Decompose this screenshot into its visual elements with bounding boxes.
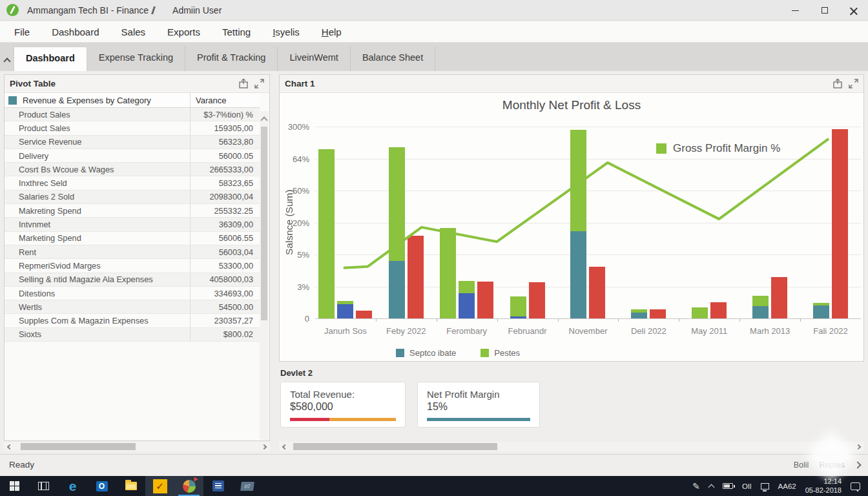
maximize-button[interactable] xyxy=(810,0,839,21)
taskbar-file-explorer-icon[interactable] xyxy=(116,476,145,496)
status-link-bolil[interactable]: Bolil xyxy=(794,460,809,470)
taskbar-remote-app-icon[interactable]: 07 xyxy=(232,476,262,496)
table-row[interactable]: Salaries 2 Sold2098300,04 xyxy=(5,191,260,204)
expand-icon[interactable] xyxy=(849,79,858,88)
app-logo-icon xyxy=(6,4,19,16)
kpi-bar-segment xyxy=(290,418,329,421)
taskbar-globe-app-icon[interactable] xyxy=(174,476,203,496)
tab-balance-sheet[interactable]: Balance Sheet xyxy=(351,46,435,71)
table-row[interactable]: Intvnmet36309,00 xyxy=(5,218,260,231)
scroll-right-icon[interactable] xyxy=(856,444,861,449)
menu-item-isyelis[interactable]: Isyelis xyxy=(265,24,307,40)
row-label: Rent xyxy=(5,247,190,257)
table-row[interactable]: Inxthrec Seld58323,65 xyxy=(5,176,260,190)
table-row[interactable]: Delivery56000.05 xyxy=(5,149,260,163)
volume-label[interactable]: OIl xyxy=(742,482,752,490)
x-axis-label: Deli 2022 xyxy=(618,326,679,336)
taskbar-word-app-icon[interactable] xyxy=(203,476,232,496)
category-color-swatch xyxy=(8,96,17,105)
menu-item-dashboard[interactable]: Dashboard xyxy=(44,24,107,40)
tab-profit-tracking[interactable]: Profit & Tracking xyxy=(185,46,278,71)
network-icon[interactable] xyxy=(761,483,769,490)
status-links: BolilReptes xyxy=(794,460,860,470)
taskbar-edge-icon[interactable]: e xyxy=(58,476,87,496)
pivot-panel-title: Pivot Table xyxy=(10,79,238,88)
legend-item-pestes[interactable]: Pestes xyxy=(480,348,520,358)
tab-dashboard[interactable]: Dashboard xyxy=(14,46,87,71)
taskbar-start-icon[interactable] xyxy=(0,476,29,496)
pen-icon[interactable]: ✎ xyxy=(692,481,700,491)
tabs: DashboardExpense TrackingProfit & Tracki… xyxy=(14,46,435,71)
table-row[interactable]: Selling & ntid Magazie Ala Expenses40580… xyxy=(5,273,260,287)
scrollbar-thumb[interactable] xyxy=(293,443,497,450)
language-indicator[interactable]: AA62 xyxy=(778,482,796,490)
row-label: Ditestions xyxy=(5,289,190,298)
row-value: $800.02 xyxy=(190,328,260,341)
table-row[interactable]: Service Revenue56323,80 xyxy=(5,136,260,149)
taskbar-outlook-icon[interactable]: O xyxy=(87,476,116,496)
notification-center-icon[interactable] xyxy=(851,482,860,490)
plot-area: 03%5%20%50%64%300%Janurh SosFeby 2022Fer… xyxy=(315,127,861,318)
status-link-reptes[interactable]: Reptes xyxy=(819,460,845,470)
clock-date: 05-82-2018 xyxy=(805,486,842,495)
table-row[interactable]: Marketing Spend56006.55 xyxy=(5,232,260,245)
tab-liveinwemt[interactable]: LiveinWemt xyxy=(278,46,350,71)
scroll-left-icon[interactable] xyxy=(282,444,287,449)
row-label: Supples Com & Magazin Expenses xyxy=(5,316,190,326)
pivot-vertical-scrollbar[interactable] xyxy=(260,111,269,440)
battery-icon[interactable] xyxy=(723,483,733,489)
row-value: 36309,00 xyxy=(190,218,260,231)
minimize-button[interactable] xyxy=(781,0,810,21)
chart-legend-line-series[interactable]: Gross Profit Margin % xyxy=(656,142,780,155)
row-value: 2665333,00 xyxy=(190,163,260,176)
kpi-card-total-revenue[interactable]: Total Revenue:$580,000 xyxy=(280,382,406,428)
chart-panel: Chart 1 Monthly Net P xyxy=(279,74,864,362)
row-label: Salaries 2 Sold xyxy=(5,192,190,202)
table-row[interactable]: Product Sales$3-7%tion) % xyxy=(5,108,260,121)
collapse-ribbon-button[interactable] xyxy=(0,49,14,71)
kpi-card-net-profit-margin[interactable]: Net Profit Margin15% xyxy=(417,382,540,428)
main-content: Pivot Table xyxy=(0,71,868,454)
table-row[interactable]: Makreting Spend255332.25 xyxy=(5,204,260,218)
kpi-value: $580,000 xyxy=(290,401,396,413)
table-row[interactable]: Cosrt Bs Wcoue & Wages2665333,00 xyxy=(5,163,260,176)
chevron-right-icon[interactable] xyxy=(854,461,861,468)
menu-item-tetting[interactable]: Tetting xyxy=(214,24,258,40)
menu-item-help[interactable]: Help xyxy=(314,24,349,40)
menu-item-exports[interactable]: Exports xyxy=(160,24,208,40)
menu-item-sales[interactable]: Sales xyxy=(114,24,154,40)
scrollbar-thumb[interactable] xyxy=(261,127,267,320)
tab-expense-tracking[interactable]: Expense Tracking xyxy=(87,46,185,71)
table-row[interactable]: Wertls54500.00 xyxy=(5,300,260,314)
table-row[interactable]: Supples Com & Magazin Expenses230357,27 xyxy=(5,314,260,327)
pivot-horizontal-scrollbar[interactable] xyxy=(4,442,270,451)
chevron-up-icon xyxy=(3,57,10,65)
close-button[interactable] xyxy=(839,0,868,21)
expand-icon[interactable] xyxy=(254,79,264,88)
row-label: Selling & ntid Magazie Ala Expenses xyxy=(5,274,190,284)
x-axis-label: Feby 2022 xyxy=(376,326,437,336)
x-axis-tick xyxy=(437,318,437,322)
y-axis-tick-label: 0 xyxy=(305,314,309,324)
table-row[interactable]: Product Sales159305,00 xyxy=(5,121,260,135)
table-row[interactable]: RepmeriSviod Marges53300,00 xyxy=(5,259,260,273)
chart-horizontal-scrollbar[interactable] xyxy=(279,442,864,451)
window-controls xyxy=(781,0,868,21)
menu-item-file[interactable]: File xyxy=(6,24,37,40)
table-row[interactable]: Rent56003,04 xyxy=(5,245,260,259)
clock[interactable]: 12:14 05-82-2018 xyxy=(805,477,842,495)
table-row[interactable]: Sioxts$800.02 xyxy=(5,328,260,342)
taskbar-bi-app-icon[interactable]: ✓ xyxy=(145,476,174,496)
taskbar-task-view-icon[interactable] xyxy=(29,476,58,496)
pivot-header-row[interactable]: Revenue & Expenses by Category Varance xyxy=(5,93,260,108)
table-row[interactable]: Ditestions334693,00 xyxy=(5,287,260,300)
export-icon[interactable] xyxy=(238,78,249,89)
tray-chevron-up-icon[interactable] xyxy=(708,484,714,490)
scroll-right-icon[interactable] xyxy=(262,444,267,449)
scroll-left-icon[interactable] xyxy=(7,444,12,449)
scrollbar-thumb[interactable] xyxy=(21,443,136,450)
row-value: 53300,00 xyxy=(190,259,260,272)
x-axis-tick xyxy=(497,318,498,322)
export-icon[interactable] xyxy=(832,78,843,89)
legend-item-septco-ibate[interactable]: Septco ibate xyxy=(396,348,456,358)
